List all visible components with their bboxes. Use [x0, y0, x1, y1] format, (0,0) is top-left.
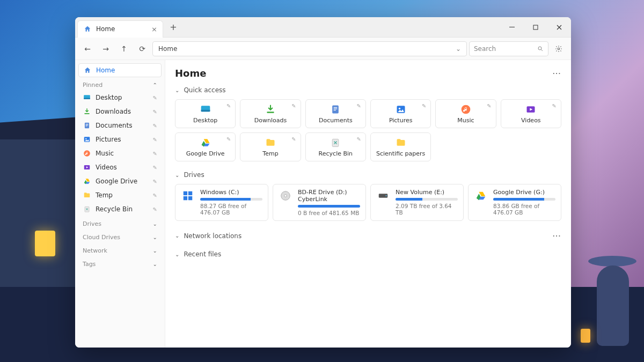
sidebar-item-label: Videos: [96, 164, 117, 171]
quick-access-recycle-bin[interactable]: ✎Recycle Bin: [305, 132, 366, 161]
svg-rect-7: [85, 123, 89, 129]
sidebar-item-music[interactable]: Music✎: [78, 146, 162, 160]
window-maximize-button[interactable]: [524, 17, 547, 38]
sidebar-group-network[interactable]: Network⌄: [78, 243, 162, 256]
pin-icon[interactable]: ✎: [422, 103, 426, 109]
recycle-icon: [83, 205, 91, 213]
chevron-down-icon: ⌄: [153, 234, 157, 240]
close-tab-icon[interactable]: ×: [151, 25, 157, 33]
pin-icon[interactable]: ✎: [487, 103, 491, 109]
sidebar-item-documents[interactable]: Documents✎: [78, 119, 162, 132]
pin-icon[interactable]: ✎: [552, 103, 557, 109]
drive-bd-re-drive-d-cyberlink[interactable]: BD-RE Drive (D:) CyberLink0 B free of 48…: [273, 184, 366, 221]
more-actions-button[interactable]: ⋯: [552, 68, 561, 78]
sidebar-home[interactable]: Home: [78, 63, 162, 77]
gdrive-icon: [200, 137, 211, 148]
svg-point-25: [398, 107, 400, 109]
win-icon: [181, 189, 195, 203]
svg-rect-23: [334, 109, 336, 110]
quick-access-scientific-papers[interactable]: Scientific papers: [370, 132, 431, 161]
quick-access-documents[interactable]: ✎Documents: [305, 99, 366, 128]
downloads-icon: [265, 104, 276, 115]
svg-rect-21: [334, 107, 338, 107]
desktop-icon: [83, 93, 91, 102]
sidebar-item-videos[interactable]: Videos✎: [78, 160, 162, 174]
nav-refresh-button[interactable]: ⟳: [134, 41, 150, 57]
sidebar-item-desktop[interactable]: Desktop✎: [78, 91, 162, 105]
drive-windows-c-[interactable]: Windows (C:)88.27 GB free of 476.07 GB: [175, 184, 268, 221]
quick-access-downloads[interactable]: ✎Downloads: [240, 99, 301, 128]
svg-rect-32: [184, 196, 187, 200]
quick-access-desktop[interactable]: ✎Desktop: [175, 99, 236, 128]
sidebar-item-label: Desktop: [96, 94, 122, 101]
sidebar-group-drives[interactable]: Drives⌄: [78, 216, 162, 230]
downloads-icon: [83, 107, 91, 116]
pin-icon[interactable]: ✎: [226, 103, 231, 109]
quick-access-label: Temp: [262, 150, 278, 157]
drive-new-volume-e-[interactable]: New Volume (E:)2.09 TB free of 3.64 TB: [370, 184, 464, 221]
pin-icon: ✎: [153, 206, 157, 212]
sidebar-item-downloads[interactable]: Downloads✎: [78, 105, 162, 119]
window-close-button[interactable]: [547, 17, 571, 38]
drive-free-text: 2.09 TB free of 3.64 TB: [396, 203, 458, 216]
settings-button[interactable]: [551, 41, 567, 57]
quick-access-google-drive[interactable]: ✎Google Drive: [175, 132, 236, 161]
disc-icon: [279, 189, 292, 203]
gdrive-icon: [83, 177, 91, 186]
svg-point-12: [85, 138, 86, 139]
quick-access-label: Downloads: [254, 117, 287, 124]
address-bar[interactable]: Home ⌄: [152, 41, 467, 56]
pin-icon[interactable]: ✎: [291, 103, 296, 109]
section-network-header[interactable]: ⌄ Network locations ⋯: [175, 231, 561, 241]
sidebar-item-recycle-bin[interactable]: Recycle Bin✎: [78, 202, 162, 216]
sidebar-pinned-header[interactable]: Pinned ⌃: [78, 77, 162, 91]
svg-rect-19: [267, 112, 274, 113]
address-chevron-icon[interactable]: ⌄: [456, 45, 461, 53]
chevron-down-icon: ⌄: [153, 261, 157, 267]
chevron-down-icon: ⌄: [175, 87, 179, 93]
search-icon: [537, 46, 544, 52]
chevron-down-icon: ⌄: [175, 252, 179, 257]
sidebar-item-pictures[interactable]: Pictures✎: [78, 132, 162, 146]
sidebar-item-temp[interactable]: Temp✎: [78, 188, 162, 202]
svg-point-2: [538, 47, 541, 50]
home-icon: [83, 25, 92, 33]
svg-point-37: [385, 195, 386, 196]
tab-home[interactable]: Home ×: [77, 20, 163, 38]
svg-rect-10: [86, 126, 87, 127]
nav-forward-button[interactable]: →: [98, 41, 114, 57]
quick-access-label: Music: [457, 117, 474, 124]
section-quick-access-header[interactable]: ⌄ Quick access: [175, 86, 561, 94]
section-recent-header[interactable]: ⌄ Recent files: [175, 250, 561, 258]
section-drives-header[interactable]: ⌄ Drives: [175, 171, 561, 179]
sidebar-item-google-drive[interactable]: Google Drive✎: [78, 174, 162, 188]
nav-up-button[interactable]: ↑: [116, 41, 132, 57]
drive-google-drive-g-[interactable]: Google Drive (G:)83.86 GB free of 476.07…: [468, 184, 561, 221]
quick-access-pictures[interactable]: ✎Pictures: [370, 99, 431, 128]
search-input[interactable]: Search: [469, 41, 548, 56]
drive-name: New Volume (E:): [396, 189, 458, 196]
quick-access-music[interactable]: ✎Music: [435, 99, 496, 128]
svg-rect-30: [184, 191, 187, 195]
drive-usage-bar: [200, 198, 262, 201]
pin-icon[interactable]: ✎: [357, 103, 361, 109]
drive-usage-bar: [493, 198, 555, 201]
quick-access-temp[interactable]: ✎Temp: [240, 132, 301, 161]
pin-icon[interactable]: ✎: [291, 136, 296, 142]
svg-rect-8: [86, 124, 89, 124]
sidebar-group-cloud-drives[interactable]: Cloud Drives⌄: [78, 230, 162, 243]
quick-access-videos[interactable]: ✎Videos: [501, 99, 561, 128]
pin-icon: ✎: [153, 193, 157, 198]
content-area: Home ⋯ ⌄ Quick access ✎Desktop✎Downloads…: [165, 60, 571, 348]
music-icon: [460, 104, 471, 115]
svg-rect-33: [188, 196, 192, 200]
drive-free-text: 83.86 GB free of 476.07 GB: [493, 203, 555, 216]
new-tab-button[interactable]: +: [165, 19, 181, 35]
sidebar-group-tags[interactable]: Tags⌄: [78, 256, 162, 270]
pin-icon[interactable]: ✎: [226, 136, 231, 142]
window-minimize-button[interactable]: [500, 17, 524, 38]
nav-back-button[interactable]: ←: [79, 41, 96, 57]
pin-icon[interactable]: ✎: [357, 136, 361, 142]
file-explorer-window: Home × + ← → ↑ ⟳ Home ⌄ Search Home: [75, 17, 571, 348]
network-more-button[interactable]: ⋯: [552, 231, 561, 241]
